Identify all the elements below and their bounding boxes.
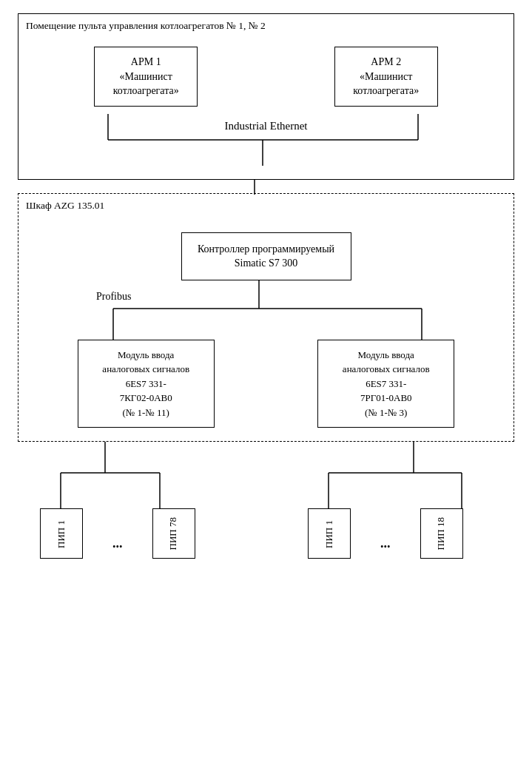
top-section-label: Помещение пульта управления котлоагрегат… — [26, 20, 266, 32]
controller-box: Контроллер программируемый Simatic S7 30… — [181, 232, 351, 280]
module1-line1: Модуль ввода — [84, 348, 208, 363]
bottom-section: Шкаф AZG 135.01 Контроллер программируем… — [18, 193, 514, 442]
arm-row: АРМ 1 «Машинист котлоагрегата» АРМ 2 «Ма… — [26, 47, 506, 107]
pip1-left-box: ПИП 1 — [40, 508, 83, 559]
pip-left-ellipsis: ... — [112, 536, 123, 559]
arm1-subtitle: «Машинист котлоагрегата» — [101, 70, 191, 98]
module1-line5: (№ 1-№ 11) — [84, 405, 208, 420]
page: Помещение пульта управления котлоагрегат… — [0, 0, 532, 774]
pip18-box: ПИП 18 — [420, 508, 463, 559]
pip1-right-box: ПИП 1 — [308, 508, 351, 559]
arm2-subtitle: «Машинист котлоагрегата» — [341, 70, 431, 98]
module2-line2: аналоговых сигналов — [324, 362, 448, 377]
module1-box: Модуль ввода аналоговых сигналов 6ES7 33… — [78, 340, 215, 428]
module1-line2: аналоговых сигналов — [84, 362, 208, 377]
connector-svg — [18, 180, 516, 195]
pip18-label: ПИП 18 — [435, 517, 448, 550]
module-row: Модуль ввода аналоговых сигналов 6ES7 33… — [26, 340, 506, 428]
pip-right-group: ПИП 1 ... ПИП 18 — [308, 508, 463, 559]
module2-line5: (№ 1-№ 3) — [324, 405, 448, 420]
pip78-label: ПИП 78 — [167, 517, 180, 550]
module2-line3: 6ES7 331- — [324, 377, 448, 391]
top-section: Помещение пульта управления котлоагрегат… — [18, 13, 514, 180]
pip-section: ПИП 1 ... ПИП 78 ПИП 1 ... ПИП 18 — [18, 442, 514, 590]
module1-line4: 7КГ02-0АВ0 — [84, 391, 208, 405]
module2-line1: Модуль ввода — [324, 348, 448, 363]
profibus-lines-svg — [26, 280, 506, 340]
bottom-section-label: Шкаф AZG 135.01 — [26, 200, 104, 212]
controller-line1: Контроллер программируемый — [188, 242, 345, 257]
arm2-title: АРМ 2 — [341, 55, 431, 70]
module2-box: Модуль ввода аналоговых сигналов 6ES7 33… — [317, 340, 454, 428]
ethernet-label: Industrial Ethernet — [224, 120, 307, 132]
pip-right-ellipsis: ... — [380, 536, 391, 559]
controller-line2: Simatic S7 300 — [188, 256, 345, 271]
arm2-box: АРМ 2 «Машинист котлоагрегата» — [334, 47, 438, 107]
pip-left-group: ПИП 1 ... ПИП 78 — [40, 508, 195, 559]
arm1-box: АРМ 1 «Машинист котлоагрегата» — [94, 47, 198, 107]
pip1-left-label: ПИП 1 — [55, 520, 68, 548]
profibus-label: Profibus — [96, 291, 131, 303]
pip78-box: ПИП 78 — [152, 508, 195, 559]
profibus-area: Profibus — [26, 280, 506, 340]
module1-line3: 6ES7 331- — [84, 377, 208, 391]
module2-line4: 7РГ01-0АВ0 — [324, 391, 448, 405]
arm1-title: АРМ 1 — [101, 55, 191, 70]
pip1-right-label: ПИП 1 — [323, 520, 336, 548]
